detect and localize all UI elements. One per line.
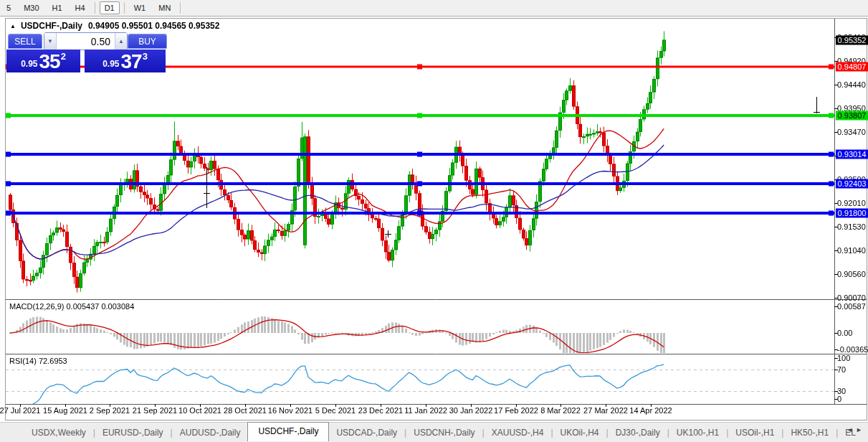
date-tick-label: 23 Dec 2021 [358, 406, 403, 415]
buy-price-base: 0.95 [102, 59, 119, 69]
timeframe-button-d1[interactable]: D1 [100, 1, 120, 14]
date-tick-label: 16 Nov 2021 [268, 406, 313, 415]
sell-price-base: 0.95 [21, 59, 37, 69]
date-tick-label: 27 Mar 2022 [583, 406, 628, 415]
chart-ohlc-values: 0.94905 0.95501 0.94565 0.95352 [88, 21, 220, 31]
macd-tick-label: 0.00 [837, 329, 852, 337]
tab-scroll-arrows: ◄► [846, 426, 865, 433]
chart-tab-usdcad-daily[interactable]: USDCAD-,Daily [329, 425, 404, 441]
timeframe-toolbar: 5M30H1H4D1W1MN [0, 0, 868, 17]
price-tick-label: 0.91530 [837, 222, 866, 231]
chart-tab-hk50-h1[interactable]: HK50-,H1 [783, 425, 836, 441]
date-tick-label: 8 Mar 2022 [540, 406, 581, 415]
chart-tab-ukoil-h4[interactable]: UKOil-,H4 [553, 425, 606, 441]
chart-tab-uk100-h1[interactable]: UK100-,H1 [669, 425, 726, 441]
chart-symbol-label: USDCHF-,Daily [21, 21, 82, 31]
price-tick-label: 0.92010 [837, 199, 866, 207]
collapse-panel-icon[interactable]: ▲ [10, 23, 16, 29]
chart-tab-audusd-daily[interactable]: AUDUSD-,Daily [173, 425, 248, 441]
chart-tab-usoil-h1[interactable]: USOil-,H1 [728, 425, 781, 441]
macd-tick-label: -0.003659 [837, 345, 868, 354]
date-tick-label: 17 Feb 2022 [494, 406, 538, 415]
one-click-trading-panel: SELL ▼ ▲ BUY 0.95 35 2 0.95 37 3 [6, 32, 167, 71]
timeframe-button-m30[interactable]: M30 [19, 1, 44, 14]
price-tag: 0.92403 [836, 179, 868, 189]
chart-tab-usdx-weekly[interactable]: USDX,Weekly [24, 425, 93, 441]
timeframe-button-mn[interactable]: MN [153, 1, 176, 14]
sell-price-display[interactable]: 0.95 35 2 [6, 50, 80, 72]
volume-decrease-button[interactable]: ▼ [44, 33, 57, 50]
date-tick-label: 10 Oct 2021 [178, 406, 221, 415]
sell-price-pips: 35 [39, 52, 59, 71]
volume-stepper: ▼ ▲ [44, 32, 128, 50]
price-tick-label: 0.90070 [837, 293, 866, 302]
rsi-tick-label: 70 [837, 365, 846, 374]
mt4-terminal: 5M30H1H4D1W1MN ▲ USDCHF-,Daily 0.94905 0… [0, 0, 868, 442]
toolbar-separator [95, 2, 95, 14]
timeframe-button-5[interactable]: 5 [1, 1, 16, 14]
buy-price-pips: 37 [120, 52, 141, 71]
chart-tab-usdcnh-daily[interactable]: USDCNH-,Daily [406, 425, 482, 441]
sell-price-point: 2 [61, 51, 66, 62]
chart-title: ▲ USDCHF-,Daily 0.94905 0.95501 0.94565 … [10, 21, 219, 31]
toolbar-separator [180, 2, 181, 14]
buy-price-display[interactable]: 0.95 37 3 [85, 50, 166, 72]
price-tag: 0.95352 [836, 35, 868, 44]
price-tag: 0.94807 [836, 62, 868, 71]
volume-increase-button[interactable]: ▲ [115, 33, 127, 50]
timeframe-button-h1[interactable]: H1 [47, 1, 67, 14]
rsi-indicator-label: RSI(14) 72.6953 [9, 357, 67, 365]
price-tick-label: 0.93470 [837, 128, 866, 136]
price-tag: 0.91800 [836, 209, 868, 218]
price-tick-label: 0.94440 [837, 80, 866, 89]
price-tag: 0.93014 [836, 149, 868, 159]
buy-button[interactable]: BUY [128, 34, 167, 49]
chart-tab-bar: USDX,Weekly|EURUSD-,Daily|AUDUSD-,DailyU… [0, 422, 868, 442]
date-tick-label: 27 Jul 2021 [0, 406, 40, 415]
date-tick-label: 15 Aug 2021 [43, 406, 87, 415]
rsi-tick-label: 100 [837, 354, 850, 362]
chart-tab-eurusd-daily[interactable]: EURUSD-,Daily [95, 425, 171, 441]
timeframe-button-h4[interactable]: H4 [70, 1, 90, 14]
date-tick-label: 30 Jan 2022 [449, 406, 493, 415]
price-tag: 0.93807 [836, 110, 868, 120]
macd-tick-label: 0.00587 [837, 302, 866, 311]
chart-tab-xauusd-h4[interactable]: XAUUSD-,H4 [485, 425, 551, 441]
chart-tab-dj30-daily[interactable]: DJ30-,Daily [609, 425, 667, 441]
date-tick-label: 5 Dec 2021 [315, 406, 356, 415]
date-tick-label: 14 Apr 2022 [629, 406, 672, 415]
volume-input[interactable] [57, 33, 115, 50]
price-tick-label: 0.90560 [837, 270, 866, 278]
macd-indicator-label: MACD(12,26,9) 0.005437 0.003084 [9, 302, 134, 311]
date-tick-label: 11 Jan 2022 [404, 406, 447, 415]
sell-button[interactable]: SELL [8, 34, 42, 49]
price-tick-label: 0.91040 [837, 246, 866, 255]
timeframe-button-w1[interactable]: W1 [129, 1, 151, 14]
date-tick-label: 21 Sep 2021 [133, 406, 177, 415]
date-tick-label: 28 Oct 2021 [224, 406, 267, 415]
toolbar-separator [124, 2, 125, 14]
tab-scroll-right-icon[interactable]: ► [856, 426, 865, 433]
tab-scroll-left-icon[interactable]: ◄ [846, 426, 856, 433]
chart-tab-usdchf-daily[interactable]: USDCHF-,Daily [247, 422, 329, 441]
date-tick-label: 2 Sep 2021 [90, 406, 130, 415]
rsi-tick-label: 0 [837, 395, 841, 403]
buy-price-point: 3 [143, 51, 148, 62]
